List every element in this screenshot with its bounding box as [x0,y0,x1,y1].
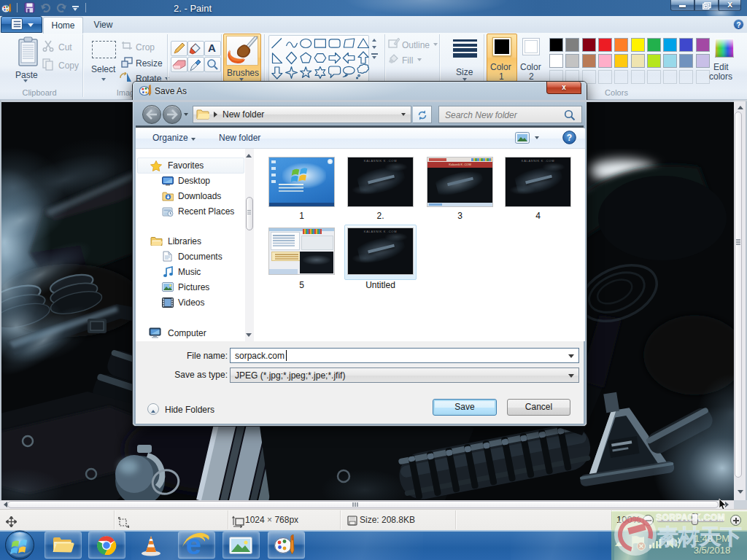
svg-text:?: ? [736,21,740,29]
svg-text:?: ? [567,133,572,143]
